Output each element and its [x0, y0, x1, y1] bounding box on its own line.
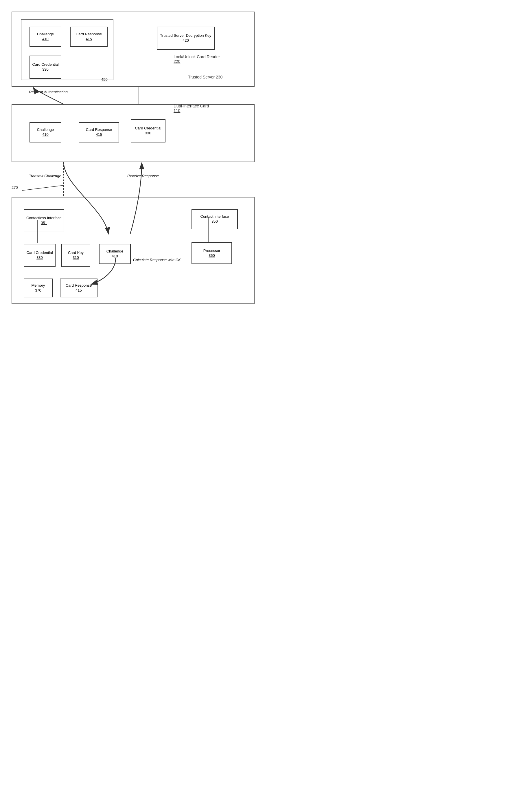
processor-num: 360	[209, 253, 215, 258]
contact-interface-num: 350	[211, 219, 218, 224]
card-response-di-label: Card Response	[66, 283, 92, 288]
card-key-num: 310	[73, 255, 79, 260]
card-credential-ts-label: Card Credential	[32, 62, 58, 67]
challenge-lu-label: Challenge	[37, 127, 54, 132]
contactless-interface-351-box: Contactless Interface 351	[24, 209, 64, 232]
card-credential-di-label: Card Credential	[26, 251, 53, 255]
trusted-server-text: Trusted Server	[188, 75, 215, 79]
challenge-lu-num: 410	[42, 132, 49, 137]
trusted-server-label: Trusted Server 230	[188, 75, 223, 79]
card-response-lu-label: Card Response	[86, 127, 112, 132]
card-response-lu-num: 415	[96, 132, 102, 137]
receive-response-label: Receive Response	[127, 174, 159, 178]
calculate-response-text: Calculate Response with CK	[133, 258, 181, 262]
contactless-interface-num: 351	[41, 221, 47, 225]
card-key-label: Card Key	[68, 251, 83, 255]
contactless-interface-label: Contactless Interface	[26, 216, 62, 221]
request-authentication-label: Request Authentication	[29, 90, 68, 94]
challenge-410-lu-box: Challenge 410	[30, 122, 61, 143]
request-auth-text: Request Authentication	[29, 90, 68, 94]
card-response-415-di-box: Card Response 415	[60, 278, 97, 297]
transmit-challenge-label: Transmit Challenge	[29, 174, 61, 178]
lock-unlock-text: Lock/Unlock Card Reader	[174, 54, 220, 59]
label-270: 270	[12, 185, 18, 190]
decryption-key-label: Trusted Server Decryption Key	[160, 33, 211, 38]
decryption-key-num: 420	[183, 38, 189, 43]
dual-interface-text: Dual-Interface Card	[174, 104, 209, 108]
card-credential-330-ts-box: Card Credential 330	[30, 56, 61, 79]
processor-360-box: Processor 360	[191, 242, 232, 264]
dual-interface-outer-box: Contactless Interface 351 Contact Interf…	[12, 197, 254, 304]
processor-label: Processor	[203, 249, 221, 253]
memory-370-box: Memory 370	[24, 278, 53, 297]
sub-box-num: 450	[101, 77, 108, 81]
challenge-ts-num: 410	[42, 37, 49, 42]
challenge-410-di-box: Challenge 410	[99, 244, 131, 264]
card-response-ts-label: Card Response	[76, 32, 102, 37]
contact-interface-350-box: Contact Interface 350	[191, 209, 238, 229]
label-270-line	[22, 185, 64, 191]
lock-unlock-num: 220	[174, 59, 180, 64]
trusted-server-num: 230	[216, 75, 223, 79]
num-270-text: 270	[12, 185, 18, 190]
memory-num: 370	[35, 288, 41, 293]
card-credential-330-di-box: Card Credential 330	[24, 244, 56, 267]
card-response-ts-num: 415	[86, 37, 92, 42]
transmit-challenge-text: Transmit Challenge	[29, 174, 61, 178]
card-response-di-num: 415	[76, 288, 82, 293]
card-credential-di-num: 330	[36, 255, 43, 260]
dual-interface-num: 110	[174, 108, 180, 113]
challenge-di-label: Challenge	[107, 249, 124, 254]
dual-interface-label: Dual-Interface Card 110	[174, 104, 209, 113]
card-credential-ts-num: 330	[42, 67, 49, 72]
card-credential-lu-num: 330	[145, 131, 151, 136]
challenge-ts-label: Challenge	[37, 32, 54, 37]
card-response-415-lu-box: Card Response 415	[79, 122, 119, 143]
lock-unlock-outer-box: Challenge 410 Card Response 415 Card Cre…	[12, 104, 254, 162]
trusted-server-decryption-key-box: Trusted Server Decryption Key 420	[157, 26, 215, 50]
lock-unlock-label: Lock/Unlock Card Reader 220	[174, 54, 220, 64]
contact-interface-label: Contact Interface	[201, 214, 229, 219]
card-response-415-ts-box: Card Response 415	[70, 26, 108, 47]
card-credential-lu-label: Card Credential	[135, 126, 161, 131]
challenge-di-num: 410	[112, 254, 118, 259]
card-credential-330-lu-box: Card Credential 330	[131, 119, 166, 143]
calculate-response-label: Calculate Response with CK	[133, 258, 181, 262]
memory-label: Memory	[32, 283, 45, 288]
card-key-310-box: Card Key 310	[61, 244, 90, 267]
challenge-410-ts-box: Challenge 410	[30, 26, 61, 47]
receive-response-text: Receive Response	[127, 174, 159, 178]
